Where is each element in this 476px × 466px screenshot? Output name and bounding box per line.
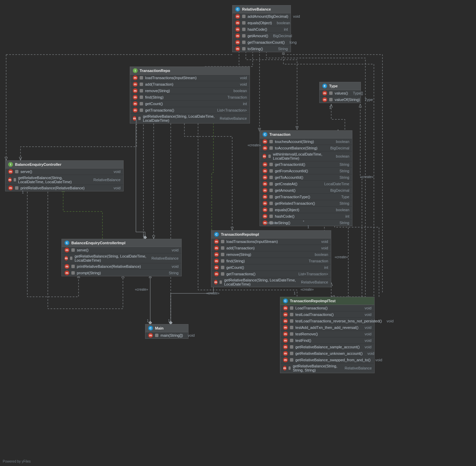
method-row[interactable]: mgetAmount()BigDecimal — [260, 187, 352, 194]
method-row[interactable]: mgetCreateAt()LocalDateTime — [260, 181, 352, 187]
method-row[interactable]: maddAmount(BigDecimal)void — [233, 13, 291, 20]
method-row[interactable]: mtestAdd_addTxn_then_add_reversal()void — [280, 324, 374, 331]
method-row[interactable]: mgetTransactions()List<Transaction> — [211, 271, 331, 277]
edge-mult: * — [303, 220, 304, 224]
method-row[interactable]: mgetRelativeBalance(String, LocalDateTim… — [211, 277, 331, 287]
method-row[interactable]: madd(Transaction)void — [211, 245, 331, 251]
enum-type[interactable]: E Type mvalues()Type[]mvalueOf(String)Ty… — [319, 82, 361, 103]
method-row[interactable]: mtestFind()void — [280, 337, 374, 344]
method-row[interactable]: mtoString()String — [233, 46, 291, 52]
method-row[interactable]: mgetRelativeBalance(String, LocalDateTim… — [5, 175, 123, 185]
method-row[interactable]: mgetRelativeBalance(String, LocalDateTim… — [130, 114, 250, 123]
class-relative-balance[interactable]: C RelativeBalance maddAmount(BigDecimal)… — [232, 5, 291, 52]
class-title: Main — [155, 326, 164, 330]
method-row[interactable]: mtestLoadTransactions_reverse_txns_not_p… — [280, 318, 374, 324]
class-transaction[interactable]: C Transaction mtouchesAccount(String)boo… — [260, 130, 352, 226]
method-row[interactable]: mgetTransactionCount()long — [233, 39, 291, 46]
method-row[interactable]: mgetTransactionType()Type — [260, 194, 352, 200]
method-icon: m — [263, 188, 267, 193]
method-icon: m — [322, 97, 327, 102]
method-icon: m — [263, 194, 267, 199]
method-row[interactable]: mserve()void — [62, 247, 181, 253]
class-transaction-repo-impl[interactable]: C TransactionRepoImpl mloadTransactions(… — [211, 230, 331, 287]
method-return-type: String — [335, 169, 349, 173]
method-row[interactable]: mgetRelativeBalance(String, String, Stri… — [280, 363, 374, 373]
method-row[interactable]: mgetRelativeBalance_sample_account()void — [280, 344, 374, 350]
method-icon: m — [8, 186, 13, 190]
method-icon: m — [322, 91, 327, 96]
method-return-type: void — [360, 325, 372, 330]
method-signature: printRelativeBalance(RelativeBalance) — [77, 264, 141, 268]
method-signature: getRelativeBalance(String, LocalDateTime… — [143, 114, 215, 122]
method-row[interactable]: mtoAccountBalance(String)BigDecimal — [260, 145, 352, 151]
method-icon: m — [133, 75, 138, 80]
method-row[interactable]: mfind(String)Transaction — [211, 258, 331, 264]
method-row[interactable]: mgetTransactions()List<Transaction> — [130, 107, 250, 114]
method-row[interactable]: mprintRelativeBalance(RelativeBalance)vo… — [62, 263, 181, 270]
method-row[interactable]: mserve()void — [5, 169, 123, 175]
method-icon: m — [283, 351, 288, 356]
method-return-type: void — [363, 351, 374, 355]
method-return-type: void — [360, 312, 372, 317]
method-row[interactable]: madd(Transaction)void — [130, 81, 250, 88]
method-row[interactable]: mgetRelativeBalance_unknown_account()voi… — [280, 350, 374, 357]
method-row[interactable]: mgetToAccountId()String — [260, 174, 352, 181]
lock-icon — [269, 195, 273, 199]
method-return-type: int — [279, 27, 288, 31]
method-return-type: boolean — [331, 208, 349, 212]
method-icon: m — [214, 252, 219, 257]
method-signature: loadTransactions(InputStream) — [145, 76, 197, 80]
class-icon: C — [214, 232, 219, 237]
method-row[interactable]: mtestRemove()void — [280, 331, 374, 337]
method-row[interactable]: mmain(String[])void — [145, 332, 188, 338]
method-signature: getFromAccountId() — [275, 169, 308, 173]
method-row[interactable]: mtouchesAccount(String)boolean — [260, 139, 352, 145]
lock-icon — [221, 272, 224, 276]
method-icon: m — [263, 139, 267, 144]
method-row[interactable]: mgetCount()int — [211, 264, 331, 271]
method-row[interactable]: mequals(Object)boolean — [260, 207, 352, 213]
method-icon: m — [283, 338, 288, 343]
method-icon: m — [214, 272, 219, 276]
class-balance-enquiry-controller-impl[interactable]: C BalanceEnquiryControllerImpl mserve()v… — [61, 239, 182, 276]
method-row[interactable]: mprompt(String)String — [62, 270, 181, 276]
method-icon: m — [214, 280, 218, 285]
method-row[interactable]: mhashCode()int — [260, 213, 352, 220]
method-row[interactable]: mremove(String)boolean — [130, 88, 250, 94]
method-signature: loadTransactions(InputStream) — [226, 239, 278, 244]
method-row[interactable]: mgetTransactionId()String — [260, 161, 352, 168]
method-row[interactable]: mgetAmount()BigDecimal — [233, 33, 291, 39]
method-row[interactable]: mgetCount()int — [130, 101, 250, 107]
class-transaction-repo-impl-test[interactable]: C TransactionRepoImplTest mLoadTransacti… — [280, 297, 375, 373]
method-row[interactable]: mhashCode()int — [233, 26, 291, 33]
class-title: Type — [329, 84, 338, 88]
method-row[interactable]: mgetFromAccountId()String — [260, 168, 352, 174]
method-row[interactable]: mgetRelatedTransaction()String — [260, 200, 352, 207]
method-row[interactable]: mLoadTransactions()void — [280, 305, 374, 311]
lock-icon — [290, 345, 293, 349]
method-signature: getRelativeBalance_unknown_account() — [295, 351, 363, 355]
lock-icon — [14, 178, 16, 181]
method-row[interactable]: mequals(Object)boolean — [233, 20, 291, 26]
method-return-type: RelativeBalance — [215, 116, 247, 120]
method-signature: prompt(String) — [77, 271, 101, 275]
interface-balance-enquiry-controller[interactable]: I BalanceEnquiryController mserve()voidm… — [5, 160, 124, 191]
interface-transaction-repo[interactable]: I TransactionRepo mloadTransactions(Inpu… — [130, 67, 250, 123]
method-return-type: Transaction — [223, 95, 247, 99]
method-row[interactable]: mfind(String)Transaction — [130, 94, 250, 101]
method-row[interactable]: mloadTransactions(InputStream)void — [130, 75, 250, 81]
footer-attrib: Powered by yFiles — [3, 460, 31, 463]
method-row[interactable]: mvalues()Type[] — [320, 90, 361, 97]
method-row[interactable]: mwithinInterval(LocalDateTime, LocalDate… — [260, 151, 352, 161]
class-title: RelativeBalance — [242, 7, 271, 11]
method-signature: valueOf(String) — [335, 98, 360, 102]
method-return-type: void — [109, 170, 121, 174]
method-row[interactable]: mtestLoadTransactions()void — [280, 311, 374, 318]
method-row[interactable]: mgetRelativeBalance_swapped_from_and_to(… — [280, 357, 374, 363]
method-row[interactable]: mloadTransactions(InputStream)void — [211, 238, 331, 245]
method-row[interactable]: mremove(String)boolean — [211, 251, 331, 258]
method-icon: m — [263, 162, 267, 167]
method-row[interactable]: mgetRelativeBalance(String, LocalDateTim… — [62, 253, 181, 263]
method-row[interactable]: mvalueOf(String)Type — [320, 97, 361, 103]
class-main[interactable]: C Main mmain(String[])void — [145, 324, 188, 339]
